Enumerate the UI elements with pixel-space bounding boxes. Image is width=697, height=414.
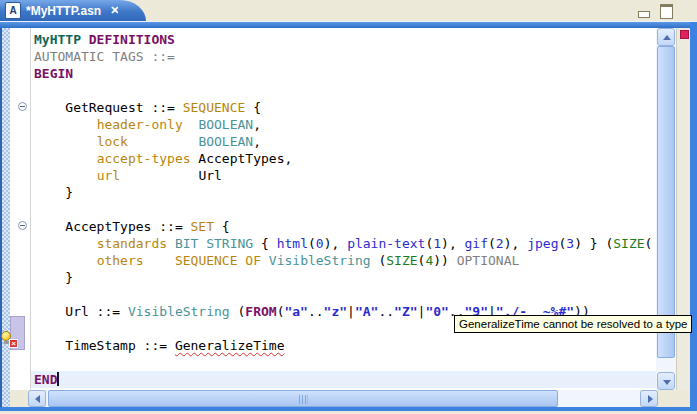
code-line: AcceptTypes ::= SET {: [31, 218, 656, 235]
code-line: [31, 201, 656, 218]
error-quickfix-icon[interactable]: ×: [1, 331, 18, 348]
code-line: others SEQUENCE OF VisibleString (SIZE(4…: [31, 252, 656, 269]
scroll-left-button[interactable]: [28, 390, 46, 407]
code-line: standards BIT STRING { html(0), plain-te…: [31, 235, 656, 252]
vertical-scroll-thumb[interactable]: [657, 46, 675, 358]
code-line: accept-types AcceptTypes,: [31, 150, 656, 167]
error-x-icon: ×: [9, 339, 18, 348]
code-line: [31, 82, 656, 99]
code-line: [31, 286, 656, 303]
unresolved-type-error-text: GeneralizeTime: [175, 338, 285, 353]
code-line: }: [31, 269, 656, 286]
code-text: MyHTTP DEFINITIONSAUTOMATIC TAGS ::=BEGI…: [31, 31, 656, 388]
tab-myhttp-asn[interactable]: A *MyHTTP.asn ✕: [0, 0, 118, 21]
overview-ruler[interactable]: [676, 28, 690, 390]
code-line: TimeStamp ::= GeneralizeTime: [31, 337, 656, 354]
code-line: GetRequest ::= SEQUENCE {: [31, 99, 656, 116]
error-summary-marker[interactable]: [680, 30, 689, 39]
asn-file-icon: A: [5, 2, 21, 19]
vertical-scrollbar[interactable]: [656, 28, 676, 390]
code-line: url Url: [31, 167, 656, 184]
scroll-down-button[interactable]: [657, 372, 675, 390]
scroll-right-button[interactable]: [640, 390, 658, 407]
tab-title: *MyHTTP.asn: [26, 4, 101, 18]
tab-bottom-band: [0, 21, 697, 28]
tab-bar: A *MyHTTP.asn ✕: [0, 0, 697, 21]
editor-window: A *MyHTTP.asn ✕ × MyHTTP DEFINITIONSAUTO…: [0, 0, 697, 414]
right-frame-border: [690, 22, 697, 411]
code-line: BEGIN: [31, 65, 656, 82]
minimize-icon[interactable]: [638, 11, 650, 18]
code-line: lock BOOLEAN,: [31, 133, 656, 150]
tab-curve-decoration: [118, 0, 146, 21]
bottom-frame-border: [0, 407, 697, 411]
scroll-up-button[interactable]: [657, 28, 675, 46]
scroll-up-icon: [663, 35, 671, 40]
horizontal-scrollbar[interactable]: [10, 390, 690, 407]
fold-collapse-toggle[interactable]: [18, 221, 27, 230]
code-line: MyHTTP DEFINITIONS: [31, 31, 656, 48]
thumb-grip: [299, 395, 308, 404]
left-frame-texture: [0, 28, 10, 407]
scroll-left-icon: [35, 395, 40, 403]
error-tooltip: GeneralizeTime cannot be resolved to a t…: [454, 315, 692, 333]
text-caret: [57, 372, 59, 386]
code-editor[interactable]: MyHTTP DEFINITIONSAUTOMATIC TAGS ::=BEGI…: [31, 28, 656, 390]
horizontal-scroll-thumb[interactable]: [48, 390, 558, 407]
scroll-down-icon: [663, 380, 671, 385]
code-line: }: [31, 184, 656, 201]
code-line: AUTOMATIC TAGS ::=: [31, 48, 656, 65]
scroll-right-icon: [648, 395, 653, 403]
code-line: [31, 354, 656, 371]
maximize-icon[interactable]: [660, 4, 673, 19]
fold-collapse-toggle[interactable]: [18, 102, 27, 111]
current-code-line: END: [31, 371, 656, 388]
code-line: header-only BOOLEAN,: [31, 116, 656, 133]
